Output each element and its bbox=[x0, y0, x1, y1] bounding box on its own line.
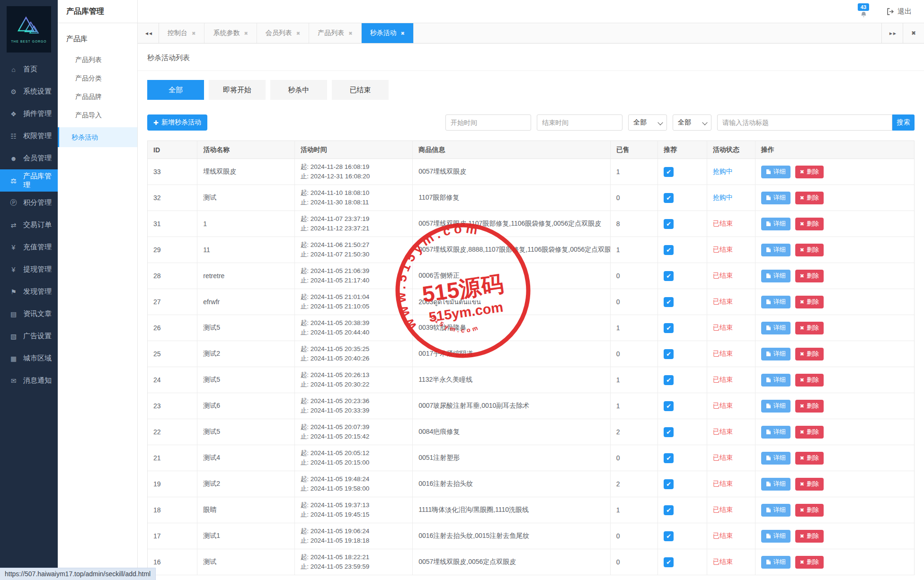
recommend-checkbox[interactable]: ✔ bbox=[664, 323, 674, 333]
delete-button[interactable]: ✖ 删除 bbox=[795, 530, 824, 543]
recommend-checkbox[interactable]: ✔ bbox=[664, 375, 674, 385]
submenu-item-seckill[interactable]: 秒杀活动 bbox=[58, 127, 137, 147]
delete-button[interactable]: ✖ 删除 bbox=[795, 426, 824, 439]
delete-button[interactable]: ✖ 删除 bbox=[795, 374, 824, 387]
delete-button[interactable]: ✖ 删除 bbox=[795, 452, 824, 465]
tab-close-icon[interactable]: ✖ bbox=[401, 31, 405, 36]
tab-close-icon[interactable]: ✖ bbox=[192, 31, 195, 36]
start-time-input[interactable] bbox=[445, 114, 531, 131]
delete-button[interactable]: ✖ 删除 bbox=[795, 166, 824, 178]
filter-button-全部[interactable]: 全部 bbox=[147, 80, 204, 100]
cell-product-info: 0057埋线双眼皮,1107眼部修复,1106眼袋修复,0056定点双眼皮 bbox=[413, 211, 611, 237]
tab-close-icon[interactable]: ✖ bbox=[348, 31, 352, 36]
delete-button[interactable]: ✖ 删除 bbox=[795, 478, 824, 491]
filter-button-即将开始[interactable]: 即将开始 bbox=[209, 80, 266, 100]
logout-button[interactable]: 退出 bbox=[886, 7, 912, 16]
recommend-checkbox[interactable]: ✔ bbox=[664, 349, 674, 359]
sidebar-item-city[interactable]: ▦ 城市区域 bbox=[0, 347, 58, 369]
end-time-input[interactable] bbox=[537, 114, 622, 131]
detail-button[interactable]: 详细 bbox=[761, 556, 791, 569]
detail-button[interactable]: 详细 bbox=[761, 348, 791, 360]
sidebar-item-points[interactable]: Ⓟ 积分管理 bbox=[0, 192, 58, 214]
start-time: 起: 2024-11-05 20:07:39 bbox=[301, 422, 369, 432]
delete-button[interactable]: ✖ 删除 bbox=[795, 504, 824, 517]
delete-button[interactable]: ✖ 删除 bbox=[795, 296, 824, 308]
recommend-checkbox[interactable]: ✔ bbox=[664, 297, 674, 307]
sidebar-item-articles[interactable]: ▤ 资讯文章 bbox=[0, 303, 58, 325]
detail-button[interactable]: 详细 bbox=[761, 296, 791, 308]
sidebar-item-product-library[interactable]: ⚖ 产品库管理 bbox=[0, 169, 58, 192]
submenu-item[interactable]: 产品品牌 bbox=[58, 88, 137, 106]
tabs-scroll-left-button[interactable]: ◄◄ bbox=[138, 23, 159, 43]
delete-button[interactable]: ✖ 删除 bbox=[795, 322, 824, 334]
detail-button[interactable]: 详细 bbox=[761, 504, 791, 517]
detail-button[interactable]: 详细 bbox=[761, 218, 791, 230]
sidebar-item-permissions[interactable]: ☷ 权限管理 bbox=[0, 125, 58, 147]
recommend-checkbox[interactable]: ✔ bbox=[664, 505, 674, 515]
search-input[interactable] bbox=[717, 114, 892, 131]
submenu-item[interactable]: 产品列表 bbox=[58, 51, 137, 69]
sidebar-item-home[interactable]: ⌂ 首页 bbox=[0, 58, 58, 80]
add-seckill-button[interactable]: ✚ 新增秒杀活动 bbox=[147, 114, 207, 131]
detail-button[interactable]: 详细 bbox=[761, 452, 791, 465]
recommend-checkbox[interactable]: ✔ bbox=[664, 193, 674, 203]
detail-button[interactable]: 详细 bbox=[761, 322, 791, 334]
tabs-scroll-right-button[interactable]: ►► bbox=[881, 23, 903, 43]
delete-button[interactable]: ✖ 删除 bbox=[795, 270, 824, 282]
submenu-item[interactable]: 产品导入 bbox=[58, 106, 137, 124]
delete-button[interactable]: ✖ 删除 bbox=[795, 556, 824, 569]
detail-button[interactable]: 详细 bbox=[761, 426, 791, 439]
cell-actions: 详细 ✖ 删除 bbox=[755, 549, 914, 575]
recommend-checkbox[interactable]: ✔ bbox=[664, 401, 674, 411]
recommend-checkbox[interactable]: ✔ bbox=[664, 219, 674, 229]
filter-button-秒杀中[interactable]: 秒杀中 bbox=[270, 80, 327, 100]
recommend-select[interactable]: 全部 bbox=[673, 114, 711, 131]
recommend-checkbox[interactable]: ✔ bbox=[664, 479, 674, 489]
sidebar-item-ads[interactable]: ▧ 广告设置 bbox=[0, 325, 58, 347]
tab-控制台[interactable]: 控制台 ✖ bbox=[159, 23, 204, 43]
recommend-checkbox[interactable]: ✔ bbox=[664, 531, 674, 541]
tabs-close-all-button[interactable]: ✖ bbox=[903, 23, 924, 43]
recommend-checkbox[interactable]: ✔ bbox=[664, 427, 674, 437]
sidebar-item-orders[interactable]: ⇄ 交易订单 bbox=[0, 214, 58, 236]
tab-产品列表[interactable]: 产品列表 ✖ bbox=[309, 23, 361, 43]
filter-button-已结束[interactable]: 已结束 bbox=[332, 80, 389, 100]
delete-button[interactable]: ✖ 删除 bbox=[795, 348, 824, 360]
sidebar-item-plugins[interactable]: ❖ 插件管理 bbox=[0, 103, 58, 125]
tab-会员列表[interactable]: 会员列表 ✖ bbox=[257, 23, 309, 43]
tab-close-icon[interactable]: ✖ bbox=[244, 31, 248, 36]
detail-button[interactable]: 详细 bbox=[761, 478, 791, 491]
delete-button[interactable]: ✖ 删除 bbox=[795, 244, 824, 256]
recommend-checkbox[interactable]: ✔ bbox=[664, 271, 674, 281]
recommend-checkbox[interactable]: ✔ bbox=[664, 167, 674, 177]
sidebar-item-recharge[interactable]: ¥ 充值管理 bbox=[0, 236, 58, 258]
sidebar-item-system-settings[interactable]: ⚙ 系统设置 bbox=[0, 80, 58, 103]
sidebar-item-discovery[interactable]: ⚑ 发现管理 bbox=[0, 281, 58, 303]
sidebar-item-members[interactable]: ☻ 会员管理 bbox=[0, 147, 58, 169]
tab-close-icon[interactable]: ✖ bbox=[296, 31, 300, 36]
delete-button[interactable]: ✖ 删除 bbox=[795, 400, 824, 413]
detail-button[interactable]: 详细 bbox=[761, 166, 791, 178]
recommend-checkbox[interactable]: ✔ bbox=[664, 557, 674, 567]
notification-bell[interactable]: 43 bbox=[856, 3, 872, 19]
search-button[interactable]: 搜索 bbox=[892, 114, 915, 131]
table-header-cell: 推荐 bbox=[658, 141, 707, 158]
delete-button[interactable]: ✖ 删除 bbox=[795, 218, 824, 230]
submenu-item[interactable]: 产品分类 bbox=[58, 69, 137, 88]
status-select[interactable]: 全部 bbox=[628, 114, 667, 131]
table-row: 16 测试 起: 2024-11-05 18:22:21 止: 2024-11-… bbox=[148, 549, 914, 575]
detail-button[interactable]: 详细 bbox=[761, 530, 791, 543]
tab-系统参数[interactable]: 系统参数 ✖ bbox=[204, 23, 257, 43]
sidebar-item-withdraw[interactable]: ¥ 提现管理 bbox=[0, 258, 58, 281]
detail-button[interactable]: 详细 bbox=[761, 374, 791, 387]
detail-button[interactable]: 详细 bbox=[761, 192, 791, 204]
sidebar-item-messages[interactable]: ✉ 消息通知 bbox=[0, 369, 58, 392]
tab-秒杀活动[interactable]: 秒杀活动 ✖ bbox=[362, 23, 414, 43]
recommend-checkbox[interactable]: ✔ bbox=[664, 453, 674, 463]
detail-button[interactable]: 详细 bbox=[761, 270, 791, 282]
detail-button[interactable]: 详细 bbox=[761, 400, 791, 413]
detail-button[interactable]: 详细 bbox=[761, 244, 791, 256]
recommend-checkbox[interactable]: ✔ bbox=[664, 245, 674, 255]
notification-badge[interactable]: 43 bbox=[858, 3, 869, 11]
delete-button[interactable]: ✖ 删除 bbox=[795, 192, 824, 204]
